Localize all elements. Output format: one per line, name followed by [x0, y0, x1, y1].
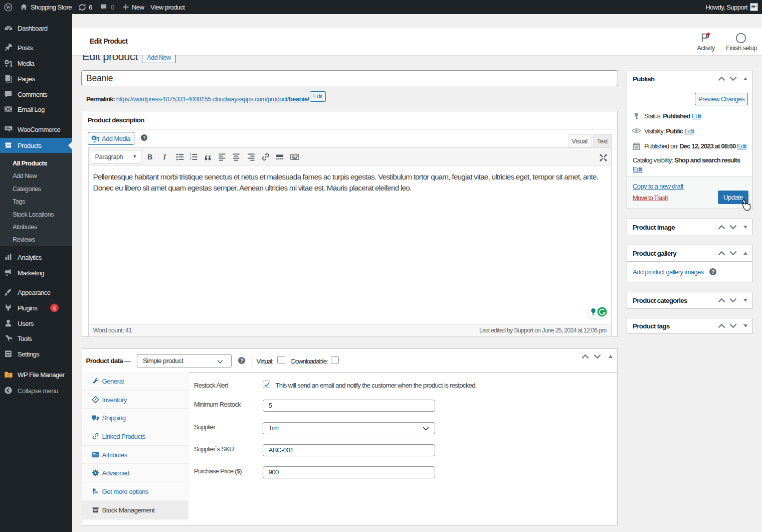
svg-text:I: I: [162, 153, 166, 161]
svg-text:2: 2: [189, 156, 191, 160]
svg-text:W: W: [7, 373, 10, 377]
svg-text:W: W: [6, 5, 11, 10]
svg-text:1: 1: [189, 152, 191, 156]
svg-text:?: ?: [240, 358, 243, 364]
svg-text:?: ?: [711, 269, 714, 275]
svg-text:B: B: [147, 153, 152, 161]
svg-text:?: ?: [142, 135, 145, 140]
svg-text:Woo: Woo: [6, 126, 11, 129]
